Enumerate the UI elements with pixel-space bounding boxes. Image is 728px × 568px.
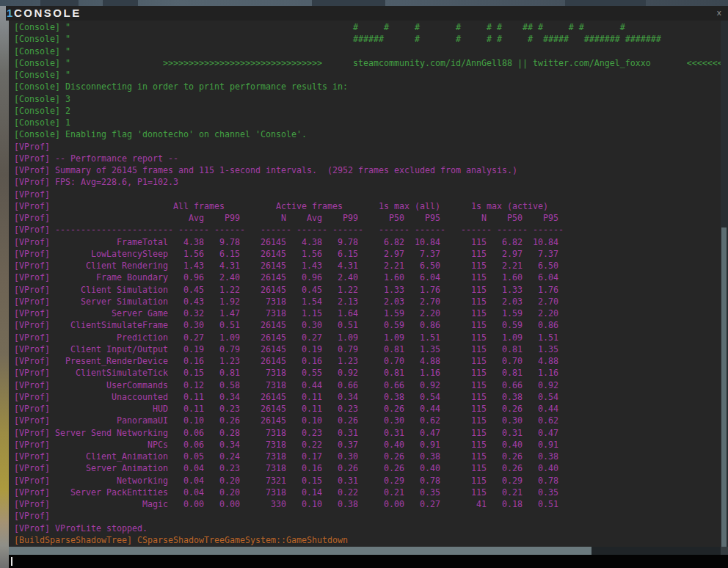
console-line: [VProf] Summary of 26145 frames and 115 … [14,164,728,176]
console-line: [VProf] LowLatencySleep 1.56 6.15 26145 … [14,248,728,260]
console-window: 1 CONSOLE x [Console] " # # # # # # ## #… [6,6,728,568]
background-shape [103,0,138,6]
background-shape [565,0,646,6]
background-top-strip [0,0,728,6]
vertical-scrollbar[interactable] [721,21,728,547]
background-shape [40,0,79,6]
console-tab-number: 1 [7,7,13,19]
console-log-lines: [Console] " # # # # # # ## # # # #[Conso… [9,21,728,546]
console-line: [Console] 2 [14,105,728,117]
console-line: [VProf] Unaccounted 0.11 0.34 26145 0.11… [14,391,728,403]
console-line: [VProf] Avg P99 N Avg P99 P50 P95 N P50 … [14,212,728,224]
close-button[interactable]: x [716,8,721,18]
horizontal-scrollbar[interactable] [9,547,728,555]
console-line: [Console] " [14,69,728,81]
console-title-bar[interactable]: 1 CONSOLE x [6,6,728,21]
console-line: [VProf] Present_RenderDevice 0.16 1.23 2… [14,355,728,367]
horizontal-scrollbar-thumb[interactable] [9,547,592,555]
console-line: [Console] Disconnecting in order to prin… [14,81,728,92]
console-line: [Console] " [14,45,728,57]
console-line: [VProf] Magic 0.00 0.00 330 0.10 0.38 0.… [14,498,728,510]
console-line: [BuildSparseShadowTree] CSparseShadowTre… [14,534,728,546]
console-line: [VProf] Client Simulation 0.45 1.22 2614… [14,284,728,296]
console-line: [VProf] NPCs 0.06 0.34 7318 0.22 0.37 0.… [14,439,728,451]
console-line: [VProf] VProfLite stopped. [14,523,728,534]
console-line: [VProf] [14,510,728,522]
console-line: [Console] Enabling flag 'donotecho' on c… [14,128,728,140]
console-line: [VProf] HUD 0.11 0.23 26145 0.11 0.23 0.… [14,403,728,415]
console-line: [VProf] Frame Boundary 0.96 2.40 26145 0… [14,272,728,283]
console-line: [VProf] Client_Animation 0.05 0.24 7318 … [14,451,728,462]
console-line: [VProf] Server Game 0.32 1.47 7318 1.15 … [14,307,728,319]
console-line: [VProf] Server Simulation 0.43 1.92 7318… [14,296,728,307]
console-line: [VProf] ClientSimulateTick 0.15 0.81 731… [14,367,728,379]
console-input[interactable] [9,555,728,568]
vertical-scrollbar-thumb[interactable] [721,227,727,547]
console-line: [VProf] [14,189,728,200]
console-line: [VProf] PanoramaUI 0.10 0.26 26145 0.10 … [14,415,728,426]
console-line: [VProf] Networking 0.04 0.20 7321 0.15 0… [14,475,728,487]
console-line: [VProf] ----------------------- ------ -… [14,224,728,236]
scrollbar-corner [721,547,728,555]
console-line: [VProf] Server PackEntities 0.04 0.20 73… [14,487,728,498]
console-line: [VProf] Client Rendering 1.43 4.31 26145… [14,260,728,272]
console-title: CONSOLE [14,7,81,19]
text-cursor [11,557,12,566]
console-line: [VProf] All frames Active frames 1s max … [14,200,728,212]
console-line: [VProf] FrameTotal 4.38 9.78 26145 4.38 … [14,236,728,248]
console-line: [VProf] Server Animation 0.04 0.23 7318 … [14,462,728,474]
background-shape [312,0,385,6]
console-line: [VProf] Server Send Networking 0.06 0.28… [14,427,728,439]
console-line: [VProf] -- Performance report -- [14,153,728,164]
console-line: [VProf] UserCommands 0.12 0.58 7318 0.44… [14,379,728,391]
console-log: [Console] " # # # # # # ## # # # #[Conso… [9,21,728,547]
console-line: [Console] " # # # # # # ## # # # # [14,21,728,33]
console-line: [VProf] Client Input/Output 0.19 0.79 26… [14,343,728,355]
console-line: [VProf] [14,141,728,153]
console-line: [VProf] FPS: Avg=228.6, P1=102.3 [14,176,728,188]
console-line: [Console] " >>>>>>>>>>>>>>>>>>>>>>>>>>>>… [14,57,728,69]
console-line: [VProf] Prediction 0.27 1.09 26145 0.27 … [14,332,728,343]
console-line: [Console] 3 [14,93,728,105]
console-line: [Console] 1 [14,117,728,128]
console-line: [VProf] ClientSimulateFrame 0.30 0.51 26… [14,319,728,331]
console-line: [Console] " ###### # # # # # ##### #####… [14,33,728,45]
